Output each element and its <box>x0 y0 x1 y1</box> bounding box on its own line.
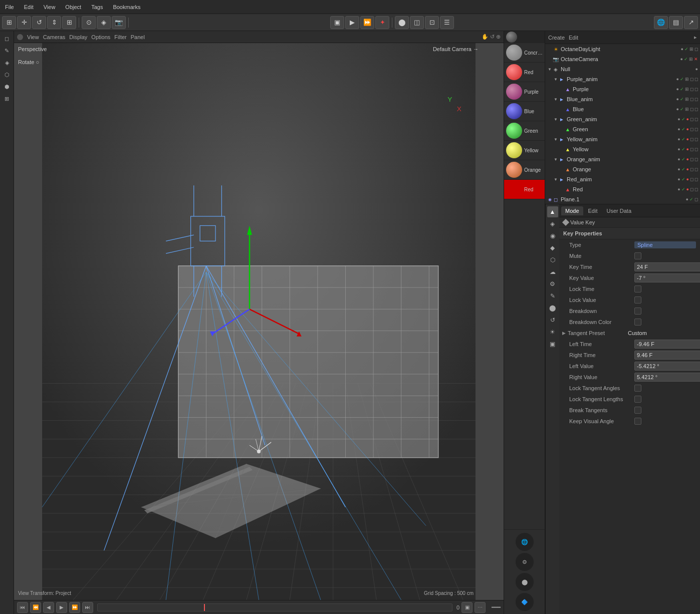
play-last[interactable]: ⏭ <box>82 602 93 613</box>
left-icon-point[interactable]: ◈ <box>2 57 13 68</box>
tool-rotate[interactable]: ↺ <box>32 16 46 29</box>
tree-item-yellow-anim[interactable]: ▼ ► Yellow_anim ● ✓ ● ◻ ◻ <box>545 134 700 144</box>
vp-nav-options[interactable]: Options <box>91 34 110 40</box>
obj-tree-more[interactable]: ▸ <box>694 34 697 41</box>
tree-item-null[interactable]: ▼ ◈ Null ● <box>545 64 700 74</box>
menu-edit[interactable]: Edit <box>22 3 36 11</box>
mat-item-blue[interactable]: Blue <box>504 102 545 121</box>
tree-item-octanedaylight[interactable]: ☀ OctaneDayLight ● ✓ ⊞ ◻ <box>545 44 700 54</box>
vp-nav-cameras[interactable]: Cameras <box>43 34 66 40</box>
tree-item-red-anim[interactable]: ▼ ► Red_anim ● ✓ ● ◻ ◻ <box>545 174 700 184</box>
prop-checkbox-breaktangents[interactable] <box>634 407 641 414</box>
vp-nav-filter[interactable]: Filter <box>114 34 126 40</box>
tree-item-yellow[interactable]: ▲ Yellow ● ✓ ● ◻ ◻ <box>545 144 700 154</box>
tree-item-purple-anim[interactable]: ▼ ► Purple_anim ● ✓ ⊞ ◻ ◻ <box>545 74 700 84</box>
prop-input-righttime[interactable] <box>634 351 700 360</box>
prop-checkbox-locktangangles[interactable] <box>634 385 641 392</box>
play-first[interactable]: ⏮ <box>17 602 28 613</box>
viewport-3d[interactable]: X Y Perspective Default Camera → Rotate … <box>14 43 504 600</box>
right-icon-display[interactable]: ◉ <box>547 230 558 241</box>
prop-checkbox-locktanglengths[interactable] <box>634 396 641 403</box>
vp-nav-display[interactable]: Display <box>69 34 87 40</box>
prop-checkbox-locktime[interactable] <box>634 285 641 292</box>
prop-tab-mode[interactable]: Mode <box>561 206 583 215</box>
vp-nav-transform[interactable]: ✋ ↺ ⊕ <box>482 34 501 40</box>
tree-item-green[interactable]: ▲ Green ● ✓ ● ◻ ◻ <box>545 124 700 134</box>
mat-plugin-2[interactable]: ⚙ <box>516 553 534 571</box>
prop-tab-userdata[interactable]: User Data <box>603 206 636 215</box>
timeline-bar[interactable] <box>97 603 452 611</box>
right-icon-scene[interactable]: ◈ <box>547 218 558 229</box>
right-icon-object[interactable]: ▲ <box>547 206 558 217</box>
right-icon-dynamics[interactable]: ☁ <box>547 266 558 277</box>
left-icon-edge[interactable]: ⬡ <box>2 69 13 80</box>
obj-tree-edit[interactable]: Edit <box>569 35 578 41</box>
left-icon-model[interactable]: ◻ <box>2 33 13 44</box>
prop-checkbox-breakdowncolor[interactable] <box>634 319 641 326</box>
tree-item-plane1[interactable]: ◉ ◻ Plane.1 ● ✓ ◻ <box>545 194 700 204</box>
mat-plugin-4[interactable]: 🔷 <box>516 593 534 611</box>
right-icon-light[interactable]: ☀ <box>547 327 558 338</box>
play-play[interactable]: ▶ <box>56 602 67 613</box>
prop-tab-edit[interactable]: Edit <box>584 206 602 215</box>
right-icon-anim[interactable]: ✎ <box>547 290 558 301</box>
tool-snap[interactable]: ⊙ <box>82 16 96 29</box>
play-btn-dots[interactable]: ⋯ <box>475 602 486 613</box>
tool-render-anim[interactable]: ▶ <box>345 16 359 29</box>
menu-file[interactable]: File <box>3 3 16 11</box>
prop-checkbox-lockvalue[interactable] <box>634 296 641 303</box>
prop-input-keyvalue[interactable] <box>634 273 700 282</box>
prop-input-leftvalue[interactable] <box>634 362 700 371</box>
right-icon-render[interactable]: ↺ <box>547 315 558 326</box>
play-prev[interactable]: ◀ <box>43 602 54 613</box>
obj-tree-create[interactable]: Create <box>548 35 565 41</box>
right-icon-deform[interactable]: ⬡ <box>547 254 558 265</box>
prop-checkbox-breakdown[interactable] <box>634 308 641 315</box>
tree-item-orange[interactable]: ▲ Orange ● ✓ ● ◻ ◻ <box>545 164 700 174</box>
play-btn-square[interactable]: ▣ <box>461 602 473 613</box>
prop-input-lefttime[interactable] <box>634 340 700 349</box>
mat-plugin-1[interactable]: 🌐 <box>516 533 534 551</box>
vp-nav-panel[interactable]: Panel <box>131 34 145 40</box>
tree-item-octanecamera[interactable]: 📷 OctaneCamera ● ✓ ⊞ ✕ <box>545 54 700 64</box>
tool-display-shader[interactable]: ⬤ <box>395 16 409 29</box>
right-icon-shader[interactable]: ◆ <box>547 242 558 253</box>
tree-item-blue-anim[interactable]: ▼ ► Blue_anim ● ✓ ⊞ ◻ ◻ <box>545 94 700 104</box>
tree-item-orange-anim[interactable]: ▼ ► Orange_anim ● ✓ ● ◻ ◻ <box>545 154 700 164</box>
mat-plugin-3[interactable]: ⬤ <box>516 573 534 591</box>
left-icon-uvw[interactable]: ⊞ <box>2 93 13 104</box>
tool-scene[interactable]: 🌐 <box>654 16 668 29</box>
mat-item-yellow[interactable]: Yellow <box>504 141 545 160</box>
right-icon-tag[interactable]: ⚙ <box>547 278 558 289</box>
prop-input-keytime[interactable] <box>634 262 700 271</box>
tree-item-blue[interactable]: ▲ Blue ● ✓ ⊞ ◻ ◻ <box>545 104 700 114</box>
menu-bookmarks[interactable]: Bookmarks <box>111 3 142 11</box>
tool-display-mode[interactable]: ☰ <box>440 16 454 29</box>
prop-checkbox-keepvisangle[interactable] <box>634 418 641 425</box>
mat-item-orange[interactable]: Orange <box>504 160 545 180</box>
tool-scale[interactable]: ⇕ <box>47 16 61 29</box>
menu-object[interactable]: Object <box>63 3 83 11</box>
tool-display-tex[interactable]: ◫ <box>410 16 424 29</box>
mat-item-red1[interactable]: Red <box>504 63 545 82</box>
tool-move[interactable]: ✛ <box>17 16 31 29</box>
tree-item-purple[interactable]: ▲ Purple ● ✓ ⊞ ◻ ◻ <box>545 84 700 94</box>
menu-view[interactable]: View <box>42 3 58 11</box>
tree-item-green-anim[interactable]: ▼ ► Green_anim ● ✓ ● ◻ ◻ <box>545 114 700 124</box>
mat-item-concrete[interactable]: Concrete_Pavement <box>504 43 545 63</box>
left-icon-edit[interactable]: ✎ <box>2 45 13 56</box>
tool-transform[interactable]: ⊞ <box>62 16 76 29</box>
right-icon-node[interactable]: ▣ <box>547 339 558 350</box>
left-icon-poly[interactable]: ⬢ <box>2 81 13 92</box>
mat-item-red2[interactable]: Red <box>504 180 545 199</box>
play-prev-key[interactable]: ⏪ <box>30 602 41 613</box>
vp-nav-view[interactable]: View <box>27 34 39 40</box>
prop-value-type[interactable]: Spline <box>634 241 696 248</box>
tool-grid[interactable]: ⊞ <box>2 16 16 29</box>
viewport-close-btn[interactable] <box>17 34 23 40</box>
tool-render-view[interactable]: ▣ <box>330 16 344 29</box>
right-icon-material[interactable]: ⬤ <box>547 302 558 314</box>
tool-display-wire[interactable]: ⊡ <box>425 16 439 29</box>
tool-null[interactable]: ◈ <box>97 16 111 29</box>
prop-input-rightvalue[interactable] <box>634 373 700 382</box>
